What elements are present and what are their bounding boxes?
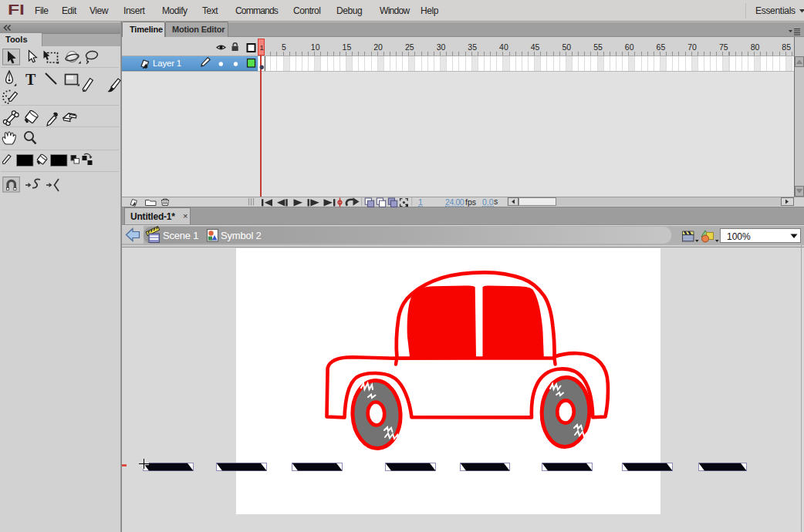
svg-text:T: T [25, 71, 36, 88]
